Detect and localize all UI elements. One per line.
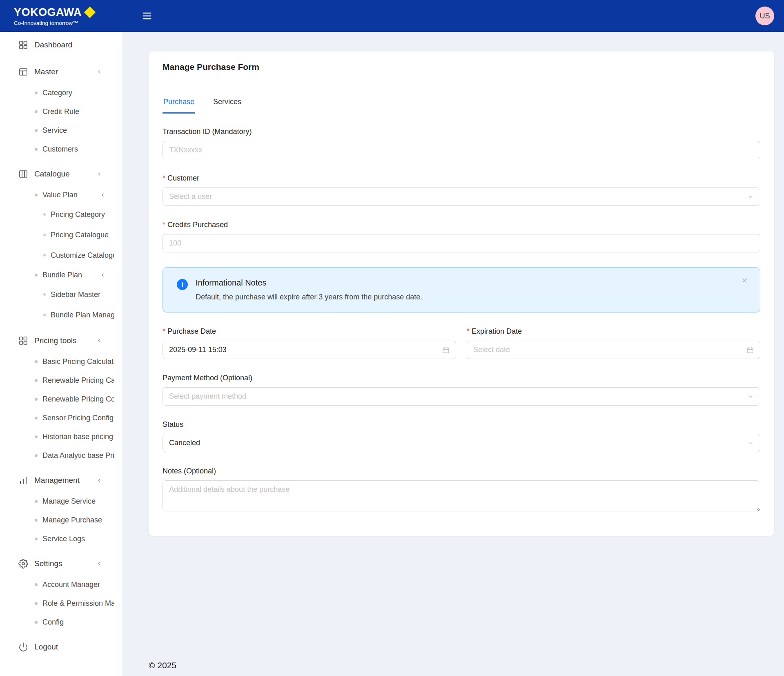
page-title: Manage Purchase Form: [163, 62, 760, 72]
sidebar-item-sidebar-master[interactable]: Sidebar Master: [0, 284, 122, 305]
sidebar-item-label: Dashboard: [34, 40, 117, 49]
sidebar-item-settings[interactable]: Settings: [0, 552, 122, 575]
payment-method-select[interactable]: Select payment method: [163, 387, 760, 406]
sidebar-item-bundle-plan-manager[interactable]: Bundle Plan Manager: [0, 305, 122, 325]
bar-chart-icon: [18, 475, 29, 486]
chevron-left-icon: [98, 192, 105, 198]
sidebar-item-label: Service: [42, 126, 114, 135]
sidebar-item-label: Pricing tools: [34, 336, 94, 345]
sidebar-item-label: Manage Purchase: [42, 516, 114, 524]
notes-group: Notes (Optional): [163, 467, 760, 513]
sidebar-item-catalogue[interactable]: Catalogue: [0, 163, 122, 185]
sidebar-item-label: Settings: [34, 559, 94, 568]
sidebar-item-customers[interactable]: Customers: [0, 140, 122, 158]
bullet-icon: [35, 379, 38, 382]
pricing-tools-icon: [18, 335, 29, 346]
purchase-date-input[interactable]: [169, 346, 442, 354]
sidebar-item-label: Logout: [34, 643, 117, 651]
purchase-date-label: *Purchase Date: [163, 327, 456, 336]
info-alert-content: Informational Notes Default, the purchas…: [196, 278, 422, 301]
purchase-date-picker[interactable]: [163, 341, 456, 359]
select-placeholder: Select payment method: [169, 392, 246, 401]
bullet-icon: [35, 519, 38, 522]
sidebar-item-master[interactable]: Master: [0, 60, 122, 83]
sidebar-item-manage-purchase[interactable]: Manage Purchase: [0, 511, 122, 529]
chevron-left-icon: [98, 272, 105, 278]
bullet-icon: [35, 417, 38, 419]
close-icon[interactable]: [742, 277, 748, 283]
tab-services[interactable]: Services: [212, 98, 242, 114]
info-alert: Informational Notes Default, the purchas…: [163, 267, 760, 312]
bullet-icon: [35, 538, 38, 540]
credits-purchased-group: *Credits Purchased: [163, 221, 760, 252]
sidebar-item-customize-catalogue[interactable]: Customize Catalogue: [0, 245, 122, 265]
sidebar-item-value-plan[interactable]: Value Plan: [0, 185, 122, 204]
sidebar-item-basic-pricing-calculator[interactable]: Basic Pricing Calculator: [0, 352, 122, 371]
sidebar-item-historian-base-pricing[interactable]: Historian base pricing: [0, 427, 122, 446]
select-value: Canceled: [169, 439, 200, 447]
chevron-down-icon: [747, 393, 754, 400]
brand-diamond-icon: [84, 7, 96, 18]
expiration-date-picker[interactable]: [467, 341, 760, 359]
bullet-icon: [35, 500, 38, 503]
sidebar-item-label: Management: [34, 476, 94, 485]
hamburger-menu-icon[interactable]: [141, 10, 153, 22]
sidebar-item-logout[interactable]: Logout: [0, 636, 122, 658]
sidebar-item-role-permission-manager[interactable]: Role & Permission Manager: [0, 594, 122, 613]
customer-select[interactable]: Select a user: [163, 187, 760, 206]
customer-group: *Customer Select a user: [163, 174, 760, 206]
brand-logo: YOKOGAWA Co-Innovating tomorrow™: [0, 6, 122, 26]
expiration-date-group: *Expiration Date: [467, 327, 760, 359]
sidebar-item-pricing-catalogue[interactable]: Pricing Catalogue: [0, 225, 122, 245]
gear-icon: [18, 558, 29, 569]
sidebar-item-pricing-tools[interactable]: Pricing tools: [0, 329, 122, 352]
sidebar-item-label: Pricing Category: [51, 210, 114, 219]
chevron-down-icon: [747, 194, 754, 200]
transaction-id-input[interactable]: [163, 141, 760, 159]
sidebar-item-management[interactable]: Management: [0, 469, 122, 492]
chevron-left-icon: [94, 477, 102, 483]
sidebar-item-category[interactable]: Category: [0, 83, 122, 102]
sidebar-item-pricing-category[interactable]: Pricing Category: [0, 204, 122, 225]
sidebar-item-manage-service[interactable]: Manage Service: [0, 492, 122, 511]
user-avatar[interactable]: US: [755, 7, 774, 25]
footer-copyright: © 2025: [149, 652, 774, 676]
form-tabs: Purchase Services: [163, 98, 760, 114]
bullet-icon: [35, 129, 38, 132]
brand-tagline: Co-Innovating tomorrow™: [14, 20, 122, 26]
payment-method-group: Payment Method (Optional) Select payment…: [163, 374, 760, 406]
transaction-id-group: Transaction ID (Mandatory): [163, 127, 760, 159]
sidebar-item-label: Config: [42, 618, 114, 627]
expiration-date-input[interactable]: [473, 346, 746, 354]
sidebar-item-service[interactable]: Service: [0, 121, 122, 140]
sidebar-item-label: Value Plan: [42, 191, 98, 199]
sidebar-item-sensor-pricing-config[interactable]: Sensor Pricing Config: [0, 408, 122, 427]
sidebar-item-label: Master: [34, 67, 94, 76]
sidebar-item-label: Bundle Plan Manager: [51, 311, 114, 319]
sidebar-item-label: Customize Catalogue: [51, 251, 114, 260]
sidebar-item-account-manager[interactable]: Account Manager: [0, 575, 122, 594]
sidebar-item-service-logs[interactable]: Service Logs: [0, 529, 122, 548]
sidebar-item-dashboard[interactable]: Dashboard: [0, 33, 122, 56]
sidebar-item-label: Renewable Pricing Calculator: [42, 376, 114, 385]
credits-purchased-input[interactable]: [163, 234, 760, 252]
sidebar-item-config[interactable]: Config: [0, 613, 122, 631]
top-header: YOKOGAWA Co-Innovating tomorrow™ US: [0, 0, 784, 32]
bullet-icon: [35, 621, 38, 624]
sidebar-item-renewable-pricing-calculator[interactable]: Renewable Pricing Calculator: [0, 371, 122, 390]
bullet-icon: [35, 583, 38, 586]
bullet-icon: [35, 398, 38, 401]
sidebar-item-data-analytic-base-pricing[interactable]: Data Analytic base Pricing: [0, 446, 122, 465]
tab-purchase[interactable]: Purchase: [163, 98, 195, 114]
notes-textarea[interactable]: [163, 480, 760, 511]
chevron-down-icon: [747, 440, 754, 446]
calendar-icon: [746, 346, 754, 354]
payment-method-label: Payment Method (Optional): [163, 374, 760, 382]
status-select[interactable]: Canceled: [163, 434, 760, 452]
sidebar-item-credit-rule[interactable]: Credit Rule: [0, 102, 122, 121]
sidebar-item-bundle-plan[interactable]: Bundle Plan: [0, 265, 122, 284]
bullet-icon: [35, 602, 38, 605]
sidebar-item-renewable-pricing-config[interactable]: Renewable Pricing Config: [0, 390, 122, 408]
status-group: Status Canceled: [163, 420, 760, 452]
sidebar-item-label: Customers: [42, 145, 114, 154]
